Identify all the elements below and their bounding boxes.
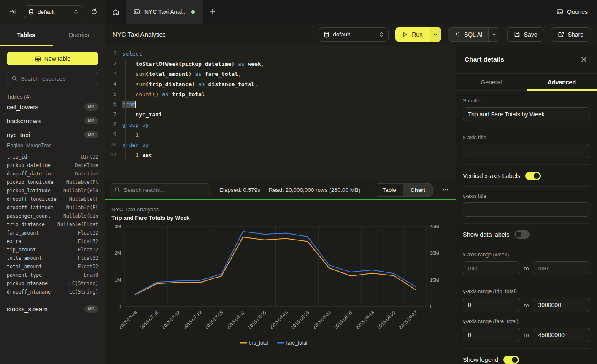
resource-search[interactable] <box>7 72 98 85</box>
x-axis-tick: 2015-09-27 <box>398 310 418 330</box>
y-axis-title-input[interactable] <box>463 202 590 217</box>
results-chart: NYC Taxi AnalyticsTrip and Fare Totals b… <box>105 200 456 363</box>
y-axis-tick-left: 0 <box>119 304 121 309</box>
save-button[interactable]: Save <box>507 27 544 42</box>
legend-item-trip_total[interactable]: trip_total <box>241 340 269 346</box>
code-line[interactable]: 8group by <box>105 119 456 129</box>
code-line[interactable]: 5 count() as trip_total <box>105 89 456 99</box>
code-line[interactable]: 3 sum(total_amount) as fare_total, <box>105 69 456 79</box>
collapse-sidebar-icon[interactable] <box>8 7 18 17</box>
code-line[interactable]: 10order by <box>105 140 456 150</box>
divider <box>463 282 590 282</box>
x-axis-tick: 2015-08-23 <box>290 310 310 330</box>
y-range-fare-max-input[interactable] <box>533 328 590 342</box>
tab-nyc-taxi-analytics[interactable]: NYC Taxi Anal... <box>126 0 203 24</box>
table-row[interactable]: stocks_streamMT <box>7 302 98 316</box>
chart-details-body: Subtitle x-axis title Vertical x-axis La… <box>456 91 597 364</box>
x-axis-title-label: x-axis title <box>463 135 590 140</box>
sidebar: Tables Queries New table Tables (4) cell… <box>0 24 105 364</box>
view-toggle-chart[interactable]: Chart <box>403 184 432 196</box>
vertical-x-axis-labels-toggle[interactable] <box>525 172 541 180</box>
refresh-icon[interactable] <box>89 7 99 17</box>
results-search[interactable] <box>110 183 211 196</box>
code-text: select <box>122 51 142 57</box>
query-database-selector[interactable]: default <box>319 27 389 42</box>
play-icon <box>402 32 408 38</box>
code-line[interactable]: 9 1 <box>105 129 456 140</box>
column-name: dropoff_datetime <box>7 171 54 177</box>
database-selector[interactable]: default <box>24 5 83 18</box>
more-options-button[interactable] <box>441 185 450 195</box>
search-icon <box>11 75 17 81</box>
code-line[interactable]: 4 sum(trip_distance) as distance_total, <box>105 79 456 89</box>
run-button[interactable]: Run <box>395 27 441 42</box>
resource-search-input[interactable] <box>21 75 95 82</box>
toggle-knob <box>512 357 518 363</box>
divider <box>463 348 590 349</box>
code-line[interactable]: 2 toStartOfWeek(pickup_datetime) as week… <box>105 59 456 69</box>
tab-advanced[interactable]: Advanced <box>527 74 597 90</box>
line-number: 11 <box>105 152 116 158</box>
new-tab-button[interactable] <box>203 0 223 24</box>
close-panel-button[interactable] <box>579 55 589 64</box>
view-toggle-table[interactable]: Table <box>375 184 403 196</box>
column-type: DateTime <box>75 171 98 177</box>
x-range-min-input[interactable] <box>463 261 520 275</box>
sql-ai-button[interactable]: SQL AI <box>448 27 500 42</box>
sidebar-tabs: Tables Queries <box>0 24 105 46</box>
column-type: Float32 <box>78 255 98 261</box>
column-name: dropoff_ntaname <box>7 289 51 295</box>
queries-button[interactable]: Queries <box>547 0 597 24</box>
y-axis-tick-right: 15M <box>430 278 439 283</box>
chart-panel: NYC Taxi AnalyticsTrip and Fare Totals b… <box>105 200 456 364</box>
run-options-caret[interactable] <box>430 27 441 42</box>
code-line[interactable]: 6from <box>105 99 456 109</box>
y-axis-tick-left: 3M <box>115 224 121 229</box>
table-row[interactable]: nyc_taxiMT <box>7 128 98 142</box>
sql-ai-caret[interactable] <box>488 28 500 41</box>
results-search-input[interactable] <box>124 187 206 193</box>
tab-strip: NYC Taxi Anal... <box>105 0 547 24</box>
home-button[interactable] <box>105 0 126 24</box>
code-text: sum(trip_distance) as distance_total, <box>122 81 258 87</box>
code-line[interactable]: 7 nyc_taxi <box>105 109 456 119</box>
column-name: dropoff_latitude <box>7 205 54 210</box>
divider <box>463 245 590 245</box>
code-text: sum(total_amount) as fare_total, <box>122 71 241 77</box>
code-text: order by <box>122 142 149 148</box>
table-row[interactable]: cell_towersMT <box>7 100 98 114</box>
line-number: 1 <box>105 51 116 57</box>
chevron-down-icon <box>433 32 438 37</box>
new-table-button[interactable]: New table <box>7 52 98 65</box>
x-range-max-input[interactable] <box>533 261 590 275</box>
tab-general[interactable]: General <box>456 74 527 90</box>
show-legend-toggle[interactable] <box>503 356 519 364</box>
y-range-fare-min-input[interactable] <box>463 328 520 342</box>
column-type: Float32 <box>78 238 98 244</box>
share-button[interactable]: Share <box>551 27 590 42</box>
unsaved-changes-dot <box>191 10 195 14</box>
column-row: dropoff_ntanameLC(String) <box>7 288 98 296</box>
chart-title: NYC Taxi Analytics <box>111 206 159 213</box>
x-axis-title-input[interactable] <box>463 144 590 158</box>
column-type: UInt32 <box>81 154 98 160</box>
column-row: dropoff_datetimeDateTime <box>7 170 98 178</box>
subtitle-input[interactable] <box>463 107 590 121</box>
code-line[interactable]: 1select <box>105 49 456 59</box>
table-row[interactable]: hackernewsMT <box>7 114 98 128</box>
y-range-trip-min-input[interactable] <box>463 298 520 312</box>
y-axis-title-label: y-axis title <box>463 193 590 199</box>
show-data-labels-toggle[interactable] <box>514 230 530 239</box>
column-row: payment_typeEnum8 <box>7 271 98 279</box>
sidebar-tab-queries[interactable]: Queries <box>53 24 105 46</box>
code-text: count() as trip_total <box>122 91 205 97</box>
code-line[interactable]: 11 1 asc <box>105 150 456 160</box>
tables-section-title: Tables (4) <box>7 94 98 100</box>
x-axis-range-label: x-axis range (week) <box>463 252 590 258</box>
y-range-trip-max-input[interactable] <box>533 298 590 312</box>
chart-details-header: Chart details <box>456 45 597 74</box>
sql-editor[interactable]: 1select2 toStartOfWeek(pickup_datetime) … <box>105 45 456 181</box>
column-type: LC(String) <box>69 289 98 295</box>
legend-item-fare_total[interactable]: fare_total <box>278 340 308 346</box>
sidebar-tab-tables[interactable]: Tables <box>0 24 53 46</box>
